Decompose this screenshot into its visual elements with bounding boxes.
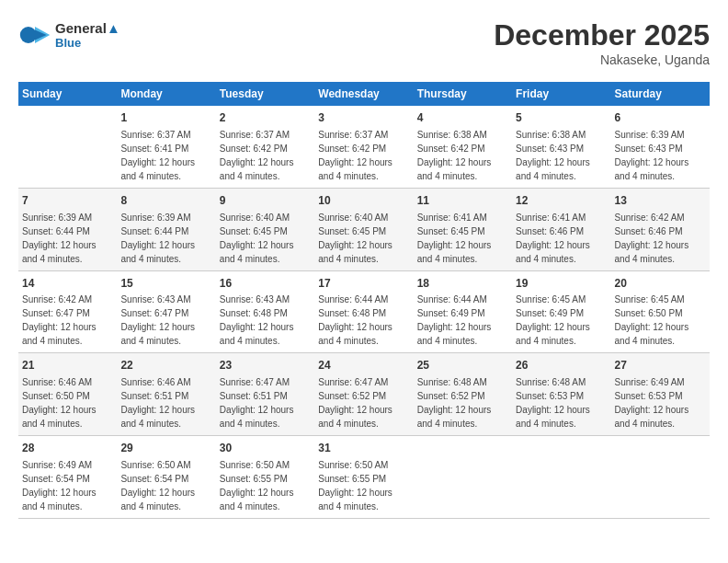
week-row-3: 14Sunrise: 6:42 AM Sunset: 6:47 PM Dayli… bbox=[18, 270, 710, 353]
day-number: 24 bbox=[318, 358, 409, 373]
day-number: 3 bbox=[318, 110, 409, 126]
day-number: 6 bbox=[615, 110, 706, 126]
day-cell: 23Sunrise: 6:47 AM Sunset: 6:51 PM Dayli… bbox=[216, 353, 314, 436]
day-cell: 11Sunrise: 6:41 AM Sunset: 6:45 PM Dayli… bbox=[414, 188, 512, 270]
day-number: 31 bbox=[318, 441, 409, 456]
day-info: Sunrise: 6:42 AM Sunset: 6:47 PM Dayligh… bbox=[22, 294, 97, 346]
calendar-table: SundayMondayTuesdayWednesdayThursdayFrid… bbox=[18, 82, 710, 519]
day-info: Sunrise: 6:46 AM Sunset: 6:51 PM Dayligh… bbox=[120, 377, 195, 429]
title-block: December 2025 Nakaseke, Uganda bbox=[494, 18, 710, 67]
day-number: 2 bbox=[220, 110, 311, 126]
day-info: Sunrise: 6:50 AM Sunset: 6:54 PM Dayligh… bbox=[120, 460, 195, 511]
day-number: 14 bbox=[22, 276, 113, 292]
day-cell: 16Sunrise: 6:43 AM Sunset: 6:48 PM Dayli… bbox=[216, 270, 314, 353]
day-number: 11 bbox=[417, 193, 508, 209]
day-cell: 3Sunrise: 6:37 AM Sunset: 6:42 PM Daylig… bbox=[314, 106, 413, 188]
page-header: General▲ Blue December 2025 Nakaseke, Ug… bbox=[18, 18, 710, 67]
day-info: Sunrise: 6:41 AM Sunset: 6:46 PM Dayligh… bbox=[516, 213, 590, 264]
day-info: Sunrise: 6:42 AM Sunset: 6:46 PM Dayligh… bbox=[615, 213, 689, 264]
day-cell: 15Sunrise: 6:43 AM Sunset: 6:47 PM Dayli… bbox=[117, 270, 215, 353]
day-info: Sunrise: 6:47 AM Sunset: 6:51 PM Dayligh… bbox=[220, 377, 294, 429]
day-cell bbox=[18, 106, 117, 188]
day-info: Sunrise: 6:50 AM Sunset: 6:55 PM Dayligh… bbox=[318, 460, 392, 511]
day-info: Sunrise: 6:38 AM Sunset: 6:43 PM Dayligh… bbox=[516, 130, 590, 181]
day-info: Sunrise: 6:49 AM Sunset: 6:54 PM Dayligh… bbox=[22, 460, 97, 511]
month-title: December 2025 bbox=[494, 18, 710, 52]
logo: General▲ Blue bbox=[18, 18, 120, 52]
day-number: 29 bbox=[120, 441, 211, 456]
day-number: 23 bbox=[220, 358, 311, 373]
day-cell: 6Sunrise: 6:39 AM Sunset: 6:43 PM Daylig… bbox=[611, 106, 710, 188]
day-cell bbox=[512, 436, 610, 519]
day-number: 27 bbox=[615, 358, 706, 373]
day-info: Sunrise: 6:47 AM Sunset: 6:52 PM Dayligh… bbox=[318, 377, 392, 429]
day-number: 18 bbox=[417, 276, 508, 292]
day-info: Sunrise: 6:39 AM Sunset: 6:43 PM Dayligh… bbox=[615, 130, 689, 181]
day-cell: 22Sunrise: 6:46 AM Sunset: 6:51 PM Dayli… bbox=[117, 353, 215, 436]
day-number: 25 bbox=[417, 358, 508, 373]
day-info: Sunrise: 6:46 AM Sunset: 6:50 PM Dayligh… bbox=[22, 377, 97, 429]
header-day-monday: Monday bbox=[117, 82, 215, 106]
day-cell: 4Sunrise: 6:38 AM Sunset: 6:42 PM Daylig… bbox=[414, 106, 512, 188]
day-number: 30 bbox=[220, 441, 311, 456]
day-cell: 18Sunrise: 6:44 AM Sunset: 6:49 PM Dayli… bbox=[414, 270, 512, 353]
day-number: 19 bbox=[516, 276, 607, 292]
day-cell: 2Sunrise: 6:37 AM Sunset: 6:42 PM Daylig… bbox=[216, 106, 314, 188]
day-cell: 5Sunrise: 6:38 AM Sunset: 6:43 PM Daylig… bbox=[512, 106, 610, 188]
day-cell: 14Sunrise: 6:42 AM Sunset: 6:47 PM Dayli… bbox=[18, 270, 117, 353]
day-cell: 29Sunrise: 6:50 AM Sunset: 6:54 PM Dayli… bbox=[117, 436, 215, 519]
day-number: 12 bbox=[516, 193, 607, 209]
day-info: Sunrise: 6:37 AM Sunset: 6:42 PM Dayligh… bbox=[318, 130, 392, 181]
day-cell: 20Sunrise: 6:45 AM Sunset: 6:50 PM Dayli… bbox=[611, 270, 710, 353]
day-number: 7 bbox=[22, 193, 113, 209]
day-number: 16 bbox=[220, 276, 311, 292]
day-number: 13 bbox=[615, 193, 706, 209]
logo-icon bbox=[18, 18, 51, 52]
day-number: 21 bbox=[22, 358, 113, 373]
day-cell: 26Sunrise: 6:48 AM Sunset: 6:53 PM Dayli… bbox=[512, 353, 610, 436]
day-number: 4 bbox=[417, 110, 508, 126]
day-cell: 25Sunrise: 6:48 AM Sunset: 6:52 PM Dayli… bbox=[414, 353, 512, 436]
day-info: Sunrise: 6:43 AM Sunset: 6:47 PM Dayligh… bbox=[120, 294, 195, 346]
day-info: Sunrise: 6:41 AM Sunset: 6:45 PM Dayligh… bbox=[417, 213, 492, 264]
day-number: 22 bbox=[120, 358, 211, 373]
week-row-2: 7Sunrise: 6:39 AM Sunset: 6:44 PM Daylig… bbox=[18, 188, 710, 270]
day-number: 15 bbox=[120, 276, 211, 292]
header-day-wednesday: Wednesday bbox=[314, 82, 413, 106]
week-row-1: 1Sunrise: 6:37 AM Sunset: 6:41 PM Daylig… bbox=[18, 106, 710, 188]
day-number: 10 bbox=[318, 193, 409, 209]
day-number: 1 bbox=[120, 110, 211, 126]
day-cell: 8Sunrise: 6:39 AM Sunset: 6:44 PM Daylig… bbox=[117, 188, 215, 270]
day-number: 26 bbox=[516, 358, 607, 373]
header-day-thursday: Thursday bbox=[414, 82, 512, 106]
day-cell: 21Sunrise: 6:46 AM Sunset: 6:50 PM Dayli… bbox=[18, 353, 117, 436]
day-info: Sunrise: 6:39 AM Sunset: 6:44 PM Dayligh… bbox=[22, 213, 97, 264]
day-cell: 31Sunrise: 6:50 AM Sunset: 6:55 PM Dayli… bbox=[314, 436, 413, 519]
day-info: Sunrise: 6:40 AM Sunset: 6:45 PM Dayligh… bbox=[220, 213, 294, 264]
day-info: Sunrise: 6:38 AM Sunset: 6:42 PM Dayligh… bbox=[417, 130, 492, 181]
header-day-friday: Friday bbox=[512, 82, 610, 106]
day-cell: 7Sunrise: 6:39 AM Sunset: 6:44 PM Daylig… bbox=[18, 188, 117, 270]
day-cell: 13Sunrise: 6:42 AM Sunset: 6:46 PM Dayli… bbox=[611, 188, 710, 270]
day-info: Sunrise: 6:39 AM Sunset: 6:44 PM Dayligh… bbox=[120, 213, 195, 264]
day-info: Sunrise: 6:48 AM Sunset: 6:53 PM Dayligh… bbox=[516, 377, 590, 429]
week-row-5: 28Sunrise: 6:49 AM Sunset: 6:54 PM Dayli… bbox=[18, 436, 710, 519]
day-cell: 1Sunrise: 6:37 AM Sunset: 6:41 PM Daylig… bbox=[117, 106, 215, 188]
day-cell: 30Sunrise: 6:50 AM Sunset: 6:55 PM Dayli… bbox=[216, 436, 314, 519]
day-number: 28 bbox=[22, 441, 113, 456]
week-row-4: 21Sunrise: 6:46 AM Sunset: 6:50 PM Dayli… bbox=[18, 353, 710, 436]
day-info: Sunrise: 6:45 AM Sunset: 6:50 PM Dayligh… bbox=[615, 294, 689, 346]
day-number: 5 bbox=[516, 110, 607, 126]
day-info: Sunrise: 6:43 AM Sunset: 6:48 PM Dayligh… bbox=[220, 294, 294, 346]
day-info: Sunrise: 6:50 AM Sunset: 6:55 PM Dayligh… bbox=[220, 460, 294, 511]
day-cell bbox=[414, 436, 512, 519]
day-number: 17 bbox=[318, 276, 409, 292]
day-info: Sunrise: 6:49 AM Sunset: 6:53 PM Dayligh… bbox=[615, 377, 689, 429]
header-day-saturday: Saturday bbox=[611, 82, 710, 106]
location: Nakaseke, Uganda bbox=[494, 52, 710, 67]
day-cell: 24Sunrise: 6:47 AM Sunset: 6:52 PM Dayli… bbox=[314, 353, 413, 436]
day-cell: 17Sunrise: 6:44 AM Sunset: 6:48 PM Dayli… bbox=[314, 270, 413, 353]
day-info: Sunrise: 6:37 AM Sunset: 6:42 PM Dayligh… bbox=[220, 130, 294, 181]
day-info: Sunrise: 6:48 AM Sunset: 6:52 PM Dayligh… bbox=[417, 377, 492, 429]
day-number: 9 bbox=[220, 193, 311, 209]
